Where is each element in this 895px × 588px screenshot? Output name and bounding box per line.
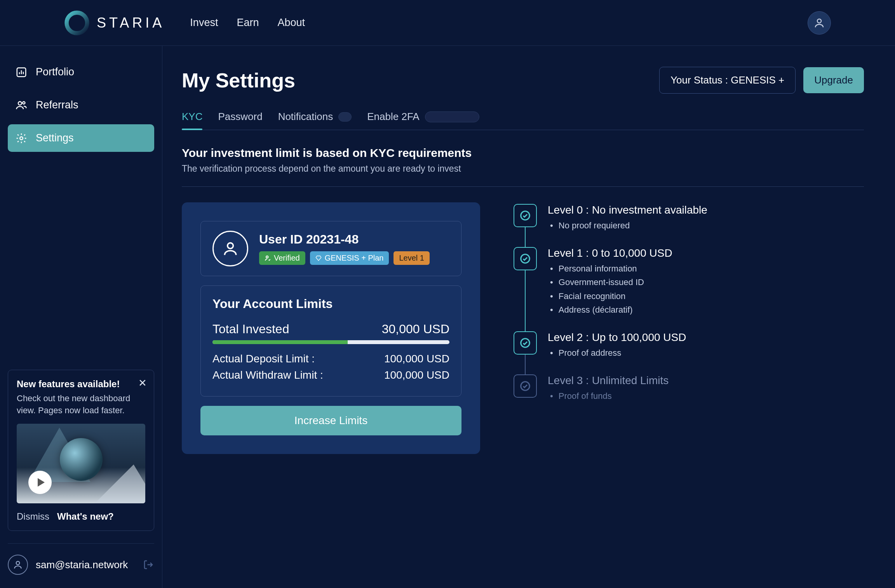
check-circle-icon [514,331,537,355]
level-requirement: Government-issued ID [550,275,672,289]
deposit-limit-label: Actual Deposit Limit : [212,353,315,365]
user-avatar-icon [8,555,28,575]
nav-earn[interactable]: Earn [237,17,259,29]
settings-tabs: KYC Password Notifications Enable 2FA [182,111,864,130]
kyc-title: Your investment limit is based on KYC re… [182,146,864,160]
level-requirement: Address (déclaratif) [550,303,672,317]
sidebar-item-label: Portfolio [36,66,74,78]
user-email: sam@staria.network [36,559,128,571]
check-circle-icon [514,204,537,227]
kyc-level: Level 0 : No investment available No pro… [514,204,864,247]
kyc-level: Level 2 : Up to 100,000 USD Proof of add… [514,331,864,374]
level-connector [525,270,526,331]
level-requirement: Personal information [550,262,672,275]
close-icon[interactable]: ✕ [138,377,147,389]
svg-point-6 [16,561,20,565]
features-desc: Check out the new dashboard view. Pages … [17,393,145,417]
user-id: User ID 20231-48 [259,232,430,247]
svg-point-3 [18,101,22,105]
brand-text: STARIA [97,15,165,31]
limits-title: Your Account Limits [212,297,449,311]
features-thumbnail [17,424,145,503]
tab-enable-2fa[interactable]: Enable 2FA [367,111,479,130]
level-title: Level 3 : Unlimited Limits [548,374,669,387]
total-invested-value: 30,000 USD [382,322,449,336]
profile-avatar-button[interactable] [808,11,831,35]
level-requirement: Proof of funds [550,389,669,403]
play-button[interactable] [28,471,52,494]
withdraw-limit-value: 100,000 USD [384,369,449,381]
upgrade-button[interactable]: Upgrade [803,67,864,93]
check-circle-icon [514,247,537,270]
user-block: User ID 20231-48 Verified GENESIS + Plan… [200,221,461,276]
kyc-level: Level 3 : Unlimited Limits Proof of fund… [514,374,864,418]
svg-point-8 [266,256,268,258]
tab-password[interactable]: Password [218,111,262,130]
check-user-icon [265,255,271,261]
svg-point-1 [817,19,821,23]
user-circle-icon [212,231,248,266]
diamond-icon [315,255,322,261]
page-title: My Settings [182,69,295,92]
user-icon [813,17,825,29]
svg-point-5 [20,137,23,140]
new-features-card: ✕ New features available! Check out the … [8,370,154,531]
level-title: Level 1 : 0 to 10,000 USD [548,247,672,259]
sidebar-item-label: Settings [36,132,74,144]
sidebar-item-referrals[interactable]: Referrals [8,91,154,119]
svg-point-4 [23,101,25,104]
level-connector [525,227,526,247]
brand[interactable]: STARIA [64,10,165,36]
whats-new-link[interactable]: What's new? [57,511,114,522]
level-requirement: No proof requiered [550,219,707,232]
increase-limits-button[interactable]: Increase Limits [200,406,461,435]
main-content: My Settings Your Status : GENESIS + Upgr… [162,46,895,588]
check-circle-icon [514,374,537,398]
users-icon [16,99,27,111]
sidebar-item-settings[interactable]: Settings [8,124,154,152]
level-title: Level 0 : No investment available [548,204,707,216]
limits-block: Your Account Limits Total Invested30,000… [200,285,461,397]
sidebar-item-portfolio[interactable]: Portfolio [8,58,154,86]
gear-icon [16,132,27,144]
level-connector [525,355,526,374]
level-requirement: Facial recognition [550,289,672,303]
notifications-count-pill [338,112,352,122]
sidebar-footer: sam@staria.network [8,543,154,575]
features-title: New features available! [17,379,145,390]
status-badge: Your Status : GENESIS + [659,67,796,94]
plan-badge: GENESIS + Plan [310,251,389,265]
withdraw-limit-label: Actual Withdraw Limit : [212,369,323,381]
kyc-heading: Your investment limit is based on KYC re… [182,146,864,187]
invested-progress-bar [212,340,449,344]
tab-notifications[interactable]: Notifications [278,111,352,130]
logo-icon [64,10,90,36]
svg-point-7 [228,243,233,249]
nav-invest[interactable]: Invest [190,17,218,29]
level-title: Level 2 : Up to 100,000 USD [548,331,686,344]
chart-bar-icon [16,66,27,78]
kyc-level: Level 1 : 0 to 10,000 USD Personal infor… [514,247,864,331]
twofa-toggle-pill[interactable] [425,111,479,122]
total-invested-label: Total Invested [212,322,289,336]
sidebar: Portfolio Referrals Settings ✕ New featu… [0,46,162,588]
sidebar-item-label: Referrals [36,99,78,111]
svg-point-0 [67,12,87,33]
account-card: User ID 20231-48 Verified GENESIS + Plan… [182,202,480,454]
nav-about[interactable]: About [277,17,305,29]
kyc-subtitle: The verification process depend on the a… [182,164,864,174]
level-requirement: Proof of address [550,346,686,360]
level-badge: Level 1 [394,251,430,265]
kyc-levels: Level 0 : No investment available No pro… [514,202,864,454]
tab-kyc[interactable]: KYC [182,111,202,130]
deposit-limit-value: 100,000 USD [384,353,449,365]
verified-badge: Verified [259,251,305,265]
top-header: STARIA Invest Earn About [0,0,895,46]
top-nav: Invest Earn About [190,17,305,29]
dismiss-link[interactable]: Dismiss [17,511,49,522]
logout-icon[interactable] [143,559,154,571]
